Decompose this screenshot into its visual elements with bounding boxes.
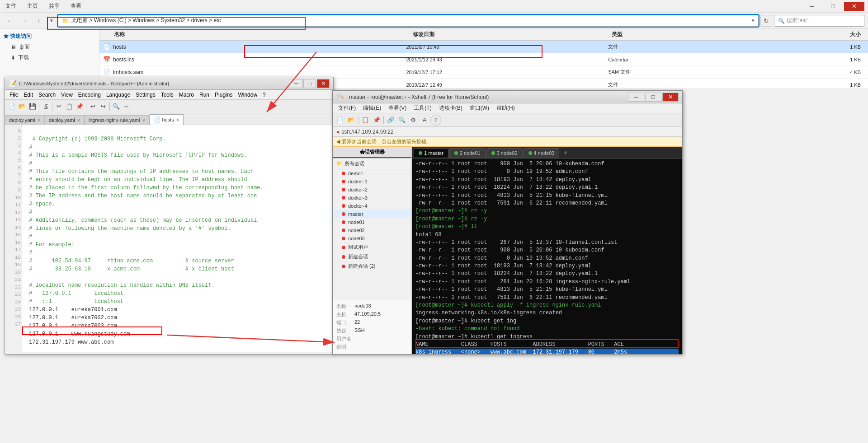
menu-edit-npp[interactable]: Edit [21, 91, 36, 99]
sidebar-quick-access[interactable]: ★ ★ 快速访问 [0, 31, 99, 42]
win-maximize[interactable]: □ [823, 2, 843, 11]
session-item-new[interactable]: 新建会话 [333, 252, 411, 261]
tab-node01[interactable]: 2 node01 [449, 148, 486, 158]
xshell-tb-connect[interactable]: 🔗 [385, 115, 396, 126]
session-item-demo1[interactable]: demo1 [333, 169, 411, 177]
xshell-tb-search[interactable]: 🔍 [396, 115, 407, 126]
xshell-tb-help[interactable]: ? [430, 115, 441, 126]
session-item-new2[interactable]: 新建会话 (2) [333, 261, 411, 271]
nav-up[interactable]: ↑ [33, 15, 45, 27]
session-item-node01[interactable]: node01 [333, 218, 411, 226]
xshell-minimize[interactable]: ─ [628, 93, 644, 102]
tb-save[interactable]: 💾 [28, 102, 38, 112]
tb-paste[interactable]: 📌 [75, 102, 85, 112]
search-box[interactable]: 🔍 搜索"etc" [774, 15, 864, 27]
menu-file[interactable]: 文件 [4, 1, 18, 11]
tb-redo[interactable]: ↪ [98, 102, 108, 112]
tab-master[interactable]: 1 master [414, 148, 448, 158]
sidebar-item-desktop[interactable]: 🖥 桌面 [0, 42, 99, 52]
menu-run-npp[interactable]: Run [197, 91, 212, 99]
menu-file-npp[interactable]: File [7, 91, 21, 99]
menu-view-npp[interactable]: View [58, 91, 75, 99]
menu-tools-npp[interactable]: Tools [158, 91, 176, 99]
col-header-date[interactable]: 修改日期 [413, 31, 612, 38]
tab-deploy2-close[interactable]: ✕ [77, 118, 80, 123]
nav-back[interactable]: ← [4, 15, 16, 27]
tab-hosts[interactable]: 📄 hosts ✕ [150, 114, 184, 125]
tab-deploy2[interactable]: deploy.yaml ✕ [45, 115, 85, 125]
xshell-tb-paste[interactable]: 📌 [371, 115, 382, 126]
tab-hosts-close[interactable]: ✕ [176, 117, 179, 122]
sidebar-item-downloads[interactable]: ⬇ 下载 [0, 52, 99, 63]
tab-deploy1[interactable]: deploy.yaml ✕ [5, 115, 45, 125]
all-sessions-header[interactable]: 📁 所有会话 [333, 159, 411, 169]
session-item-docker1[interactable]: docker-1 [333, 177, 411, 186]
refresh-btn[interactable]: ↻ [760, 15, 772, 27]
tab-ingress[interactable]: ingress-nginx-rule.yaml ✕ [85, 115, 150, 125]
tb-print[interactable]: 🖨 [41, 102, 51, 112]
col-header-name[interactable]: 名称 [99, 31, 413, 38]
tb-search[interactable]: 🔍 [111, 102, 121, 112]
tab-node02[interactable]: 3 node02 [486, 148, 523, 158]
notepad-close[interactable]: ✕ [317, 79, 330, 88]
xshell-menu-tabs[interactable]: 选项卡(B) [435, 103, 466, 113]
session-item-docker3[interactable]: docker-3 [333, 194, 411, 202]
nav-forward[interactable]: → [18, 15, 31, 27]
session-item-node02[interactable]: node02 [333, 226, 411, 234]
tb-open[interactable]: 📂 [17, 102, 27, 112]
xshell-menu-file[interactable]: 文件(F) [335, 103, 359, 113]
menu-macro-npp[interactable]: Macro [176, 91, 197, 99]
xshell-tb-open[interactable]: 📂 [346, 115, 357, 126]
notepad-minimize[interactable]: ─ [290, 79, 302, 88]
file-row-hosts[interactable]: 📄 hosts 2021/6/7 19:49 文件 1 KB [99, 41, 868, 53]
menu-language-npp[interactable]: Language [104, 91, 133, 99]
xshell-menu-tools[interactable]: 工具(T) [410, 103, 435, 113]
tb-replace[interactable]: ↔ [122, 102, 132, 112]
menu-settings-npp[interactable]: Settings [133, 91, 158, 99]
file-row-hostsics[interactable]: 📅 hosts.ics 2021/1/12 19:43 Calendar 1 K… [99, 53, 868, 66]
session-item-docker4[interactable]: docker-4 [333, 202, 411, 210]
xshell-menu-view[interactable]: 查看(V) [385, 103, 410, 113]
tab-ingress-close[interactable]: ✕ [142, 118, 146, 123]
tb-new[interactable]: 📄 [7, 102, 17, 112]
xshell-menu-window[interactable]: 窗口(W) [466, 103, 493, 113]
menu-share[interactable]: 共享 [47, 1, 61, 11]
xshell-tb-copy[interactable]: 📋 [360, 115, 371, 126]
session-item-testuser[interactable]: 测试用户 [333, 242, 411, 252]
window-controls-explorer: ─ □ ✕ [802, 2, 864, 11]
xshell-maximize[interactable]: □ [645, 93, 661, 102]
xshell-menu-edit[interactable]: 编辑(E) [359, 103, 385, 113]
xshell-tb-settings[interactable]: ⚙ [408, 115, 419, 126]
session-mgr-tab[interactable]: 会话管理器 [333, 147, 411, 158]
menu-home[interactable]: 主页 [25, 1, 40, 11]
menu-view[interactable]: 查看 [69, 1, 83, 11]
xshell-close[interactable]: ✕ [662, 93, 679, 102]
tab-deploy1-close[interactable]: ✕ [37, 118, 41, 123]
xshell-menu-help[interactable]: 帮助(H) [493, 103, 519, 113]
tb-undo[interactable]: ↩ [88, 102, 98, 112]
win-minimize[interactable]: ─ [802, 2, 822, 11]
menu-search-npp[interactable]: Search [36, 91, 58, 99]
menu-help-npp[interactable]: ? [260, 91, 269, 99]
tb-cut[interactable]: ✂ [54, 102, 64, 112]
xshell-tb-new[interactable]: 📄 [335, 115, 345, 126]
menu-plugins-npp[interactable]: Plugins [212, 91, 235, 99]
menu-window-npp[interactable]: Window [235, 91, 260, 99]
tb-copy[interactable]: 📋 [64, 102, 74, 112]
session-item-docker2[interactable]: docker-2 [333, 186, 411, 194]
tab-node03[interactable]: 4 node03 [524, 148, 560, 158]
editor-content[interactable]: # Copyright (c) 1993-2009 Microsoft Corp… [22, 125, 333, 352]
nav-recent[interactable]: ▾ [47, 15, 56, 27]
col-header-size[interactable]: 大小 [761, 31, 868, 38]
session-item-node03[interactable]: node03 [333, 234, 411, 242]
col-header-type[interactable]: 类型 [612, 31, 761, 38]
session-item-master[interactable]: master [333, 210, 411, 218]
win-close[interactable]: ✕ [844, 2, 864, 11]
tab-add[interactable]: + [560, 147, 571, 158]
address-dropdown[interactable]: ▾ [752, 18, 755, 23]
notepad-maximize[interactable]: □ [303, 79, 316, 88]
file-size-networks: 1 KB [760, 82, 868, 88]
terminal-output[interactable]: -rw-r--r-- 1 root root 900 Jun 5 20:06 1… [412, 159, 682, 354]
menu-encoding-npp[interactable]: Encoding [75, 91, 104, 99]
xshell-tb-font[interactable]: A [419, 115, 430, 126]
